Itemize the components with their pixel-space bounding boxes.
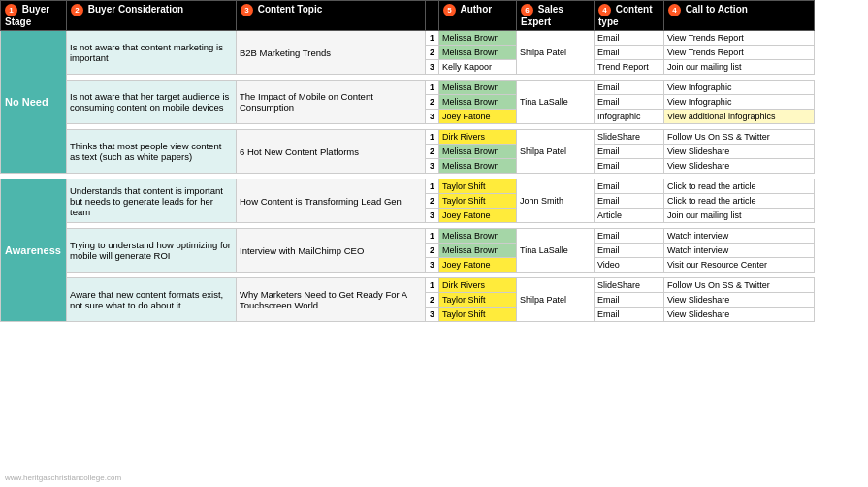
author-cell: Joey Fatone [439,258,517,273]
header-label-author: Author [460,4,492,15]
col-num-4a: 4 [598,4,611,16]
author-cell: Melissa Brown [439,229,517,244]
header-sales-expert: 6 Sales Expert [517,1,595,31]
author-cell: Melissa Brown [439,145,517,159]
content-type-cell: Email [595,244,664,258]
consideration-cell: Is not aware that her target audience is… [67,81,237,124]
header-content-type: 4 Content type [595,1,664,31]
content-type-cell: Email [595,159,664,174]
header-call-to-action: 4 Call to Action [664,1,815,31]
cta-cell: Follow Us On SS & Twitter [664,130,815,145]
header-buyer-stage: 1 Buyer Stage [1,1,67,31]
content-type-cell: Email [595,194,664,209]
author-cell: Taylor Shift [439,194,517,209]
cta-cell: View Slideshare [664,308,815,322]
row-num: 3 [426,110,439,124]
row-num: 3 [426,209,439,223]
content-type-cell: Email [595,179,664,194]
row-num: 3 [426,308,439,322]
row-num: 1 [426,179,439,194]
cta-cell: Watch interview [664,244,815,258]
table-wrapper: 1 Buyer Stage 2 Buyer Consideration 3 Co… [0,0,868,322]
topic-cell: Why Marketers Need to Get Ready For A To… [237,278,426,322]
header-buyer-consideration: 2 Buyer Consideration [67,1,237,31]
row-num: 2 [426,95,439,110]
sales-expert-cell: John Smith [517,179,595,223]
author-cell: Melissa Brown [439,95,517,110]
header-label-content-topic: Content Topic [258,4,322,15]
consideration-cell: Is not aware that content marketing is i… [67,31,237,75]
content-type-cell: Email [595,31,664,46]
cta-cell: Click to read the article [664,194,815,209]
row-num: 1 [426,31,439,46]
author-cell: Joey Fatone [439,110,517,124]
row-num: 2 [426,46,439,60]
table-row: AwarenessUnderstands that content is imp… [1,179,869,194]
header-row: 1 Buyer Stage 2 Buyer Consideration 3 Co… [1,1,869,31]
col-num-1: 1 [5,4,17,16]
content-type-cell: SlideShare [595,130,664,145]
content-type-cell: Video [595,258,664,273]
row-num: 1 [426,130,439,145]
table-row: Is not aware that her target audience is… [1,81,869,95]
consideration-cell: Aware that new content formats exist, no… [67,278,237,322]
row-num: 2 [426,293,439,308]
cta-cell: View Trends Report [664,31,815,46]
header-author: 5 Author [439,1,517,31]
content-type-cell: Email [595,95,664,110]
author-cell: Melissa Brown [439,81,517,95]
author-cell: Taylor Shift [439,293,517,308]
author-cell: Melissa Brown [439,159,517,174]
row-num: 2 [426,244,439,258]
sales-expert-cell: Shilpa Patel [517,31,595,75]
content-type-cell: Email [595,293,664,308]
topic-cell: How Content is Transforming Lead Gen [237,179,426,223]
author-cell: Taylor Shift [439,308,517,322]
sales-expert-cell: Shilpa Patel [517,130,595,174]
table-row: Trying to understand how optimizing for … [1,229,869,244]
header-content-topic: 3 Content Topic [237,1,426,31]
author-cell: Kelly Kapoor [439,60,517,75]
content-matrix-table: 1 Buyer Stage 2 Buyer Consideration 3 Co… [0,0,868,322]
row-num: 3 [426,258,439,273]
content-type-cell: SlideShare [595,278,664,293]
content-type-cell: Article [595,209,664,223]
content-type-cell: Infographic [595,110,664,124]
header-num [426,1,439,31]
cta-cell: View Infographic [664,81,815,95]
author-cell: Taylor Shift [439,179,517,194]
content-type-cell: Trend Report [595,60,664,75]
row-num: 1 [426,278,439,293]
author-cell: Dirk Rivers [439,130,517,145]
content-type-cell: Email [595,308,664,322]
topic-cell: Interview with MailChimp CEO [237,229,426,273]
topic-cell: 6 Hot New Content Platforms [237,130,426,174]
row-num: 2 [426,145,439,159]
cta-cell: Join our mailing list [664,60,815,75]
col-num-6: 6 [521,4,533,16]
table-row: No NeedIs not aware that content marketi… [1,31,869,46]
cta-cell: View Slideshare [664,293,815,308]
consideration-cell: Understands that content is important bu… [67,179,237,223]
author-cell: Joey Fatone [439,209,517,223]
cta-cell: Watch interview [664,229,815,244]
cta-cell: Visit our Resource Center [664,258,815,273]
cta-cell: View Slideshare [664,145,815,159]
buyer-stage-cell: No Need [1,31,67,174]
header-label-call-to-action: Call to Action [686,4,748,15]
content-type-cell: Email [595,81,664,95]
row-num: 1 [426,229,439,244]
sales-expert-cell: Tina LaSalle [517,81,595,124]
header-label-buyer-consideration: Buyer Consideration [88,4,183,15]
cta-cell: View additional infographics [664,110,815,124]
content-type-cell: Email [595,229,664,244]
content-type-cell: Email [595,46,664,60]
row-num: 3 [426,60,439,75]
row-num: 2 [426,194,439,209]
consideration-cell: Thinks that most people view content as … [67,130,237,174]
col-num-2: 2 [71,4,83,16]
cta-cell: Click to read the article [664,179,815,194]
col-num-3: 3 [241,4,253,16]
cta-cell: View Infographic [664,95,815,110]
cta-cell: View Trends Report [664,46,815,60]
